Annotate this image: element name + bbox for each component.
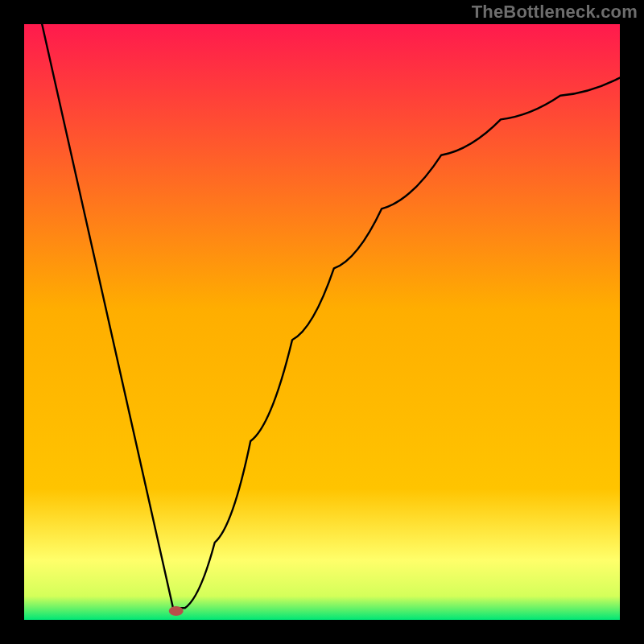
chart-frame: TheBottleneck.com: [0, 0, 644, 644]
marker-dot: [169, 606, 184, 616]
gradient-background: [24, 24, 620, 620]
watermark-text: TheBottleneck.com: [472, 2, 638, 23]
chart-svg: [24, 24, 620, 620]
plot-area: [24, 24, 620, 620]
